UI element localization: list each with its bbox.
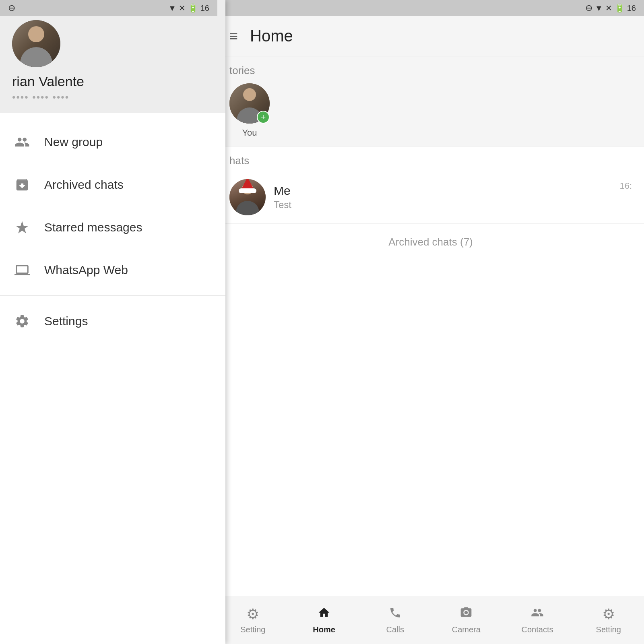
stories-section: tories + You <box>217 56 644 147</box>
chat-avatar-me <box>229 179 266 215</box>
menu-list: New group Archived chats Starred message… <box>0 113 225 351</box>
archived-chats-text: Archived chats (7) <box>388 236 473 248</box>
profile-name: rian Valente <box>12 74 213 89</box>
new-group-icon <box>12 132 32 152</box>
left-panel: rian Valente •••• •••• •••• New group Ar… <box>0 0 225 644</box>
nav-item-camera[interactable]: Camera <box>431 606 502 634</box>
new-group-label: New group <box>44 135 103 149</box>
nav-item-setting-right[interactable]: ⚙ Setting <box>573 606 644 634</box>
wifi-icon: ▼ <box>168 4 176 13</box>
settings-icon <box>12 311 32 331</box>
story-avatar-wrap-you: + <box>229 83 270 124</box>
whatsapp-web-label: WhatsApp Web <box>44 263 128 277</box>
left-status-icons: ⊖ <box>8 3 15 13</box>
app-header: ≡ Home <box>217 16 644 56</box>
app-do-not-disturb-icon: ⊖ <box>585 3 592 13</box>
contacts-icon <box>531 606 544 623</box>
bottom-nav: ⚙ Setting Home Calls <box>217 596 644 644</box>
app-status-bar: ⊖ ▼ ✕ 🔋 16 <box>217 0 644 16</box>
battery-icon: 🔋 <box>188 3 198 13</box>
home-label: Home <box>313 625 335 634</box>
camera-icon <box>460 606 473 623</box>
calls-label: Calls <box>386 625 404 634</box>
stories-section-title: tories <box>229 64 632 77</box>
chat-info-me: Me Test <box>274 184 619 211</box>
chat-item-me[interactable]: Me Test 16: <box>217 171 644 224</box>
contacts-label: Contacts <box>522 625 553 634</box>
settings-label: Settings <box>44 314 88 328</box>
do-not-disturb-icon: ⊖ <box>8 3 15 13</box>
setting-right-label: Setting <box>596 625 621 634</box>
chats-section: hats Me Test 16: Archived chats (7) <box>217 147 644 260</box>
app-title: Home <box>250 27 293 45</box>
profile-phone: •••• •••• •••• <box>12 92 213 103</box>
app-time: 16 <box>627 4 636 13</box>
starred-messages-label: Starred messages <box>44 221 142 234</box>
nav-item-calls[interactable]: Calls <box>359 606 431 634</box>
menu-item-archived-chats[interactable]: Archived chats <box>0 163 225 206</box>
menu-item-new-group[interactable]: New group <box>0 121 225 163</box>
chats-section-title: hats <box>217 147 644 171</box>
story-item-you[interactable]: + You <box>229 83 270 138</box>
nav-item-setting-left[interactable]: ⚙ Setting <box>217 606 289 634</box>
archived-chats-link[interactable]: Archived chats (7) <box>217 224 644 260</box>
chat-time-me: 16: <box>619 179 632 191</box>
stories-row: + You <box>229 83 632 138</box>
menu-divider <box>0 295 225 296</box>
chat-preview-me: Test <box>274 199 619 211</box>
signal-icon: ✕ <box>179 3 186 13</box>
profile-avatar[interactable] <box>12 20 60 67</box>
chat-name-me: Me <box>274 184 619 198</box>
archive-icon <box>12 175 32 195</box>
left-status-bar: ⊖ ▼ ✕ 🔋 16 <box>0 0 217 16</box>
nav-item-home[interactable]: Home <box>289 606 360 634</box>
setting-right-icon: ⚙ <box>602 606 615 623</box>
app-signal-icon: ✕ <box>605 3 612 13</box>
star-icon <box>12 217 32 237</box>
chat-avatar-inner-me <box>229 179 266 215</box>
story-add-button-you[interactable]: + <box>257 111 270 124</box>
time-left: 16 <box>200 4 209 13</box>
menu-item-starred-messages[interactable]: Starred messages <box>0 206 225 249</box>
app-wifi-icon: ▼ <box>595 4 603 13</box>
home-icon <box>318 606 330 623</box>
left-status-right-icons: ▼ ✕ 🔋 16 <box>168 3 209 13</box>
nav-item-contacts[interactable]: Contacts <box>502 606 573 634</box>
camera-label: Camera <box>452 625 481 634</box>
menu-item-whatsapp-web[interactable]: WhatsApp Web <box>0 249 225 291</box>
menu-item-settings[interactable]: Settings <box>0 300 225 343</box>
hamburger-icon[interactable]: ≡ <box>229 28 238 45</box>
app-battery-icon: 🔋 <box>615 3 625 13</box>
archived-chats-label: Archived chats <box>44 178 124 192</box>
story-name-you: You <box>242 128 257 138</box>
avatar-image <box>12 20 60 67</box>
calls-icon <box>389 606 402 623</box>
app-content: tories + You hats <box>217 56 644 596</box>
setting-left-icon: ⚙ <box>246 606 259 623</box>
setting-left-label: Setting <box>240 625 265 634</box>
right-panel: ⊖ ▼ ✕ 🔋 16 ≡ Home tories + Y <box>217 0 644 644</box>
profile-section: rian Valente •••• •••• •••• <box>0 0 225 113</box>
computer-icon <box>12 260 32 280</box>
